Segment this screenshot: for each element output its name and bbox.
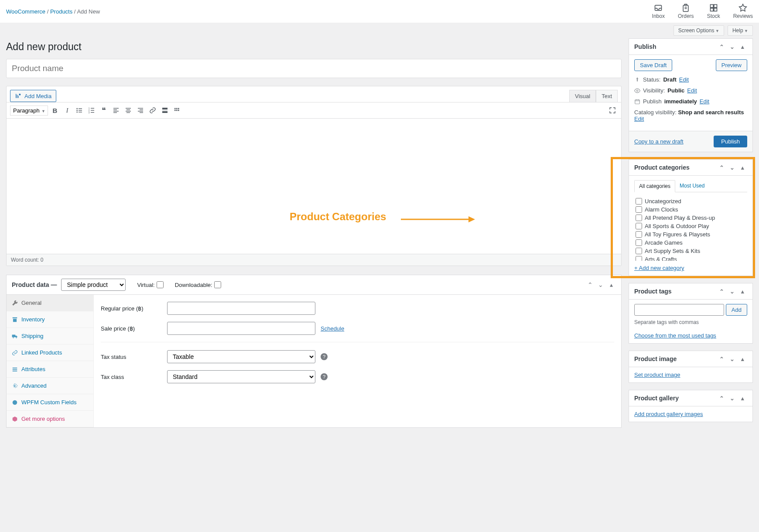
svg-rect-22 <box>113 113 117 113</box>
set-product-image-link[interactable]: Set product image <box>634 372 680 378</box>
screen-options-button[interactable]: Screen Options <box>674 25 724 36</box>
panel-up-button[interactable]: ⌃ <box>717 288 726 295</box>
add-media-button[interactable]: Add Media <box>10 90 56 102</box>
panel-collapse-button[interactable]: ▴ <box>738 44 747 50</box>
panel-up-button[interactable]: ⌃ <box>717 395 726 402</box>
category-item[interactable]: All Pretend Play & Dress-up <box>636 214 746 222</box>
category-list[interactable]: Uncategorized Alarm Clocks All Pretend P… <box>634 196 747 261</box>
panel-up-button[interactable]: ⌃ <box>717 356 726 362</box>
category-item[interactable]: Arcade Games <box>636 239 746 247</box>
panel-down-button[interactable]: ⌄ <box>727 44 737 50</box>
quote-button[interactable]: ❝ <box>99 105 109 116</box>
align-center-button[interactable] <box>123 105 133 116</box>
downloadable-checkbox[interactable] <box>214 281 221 288</box>
panel-up-button[interactable]: ⌃ <box>717 44 726 50</box>
category-item[interactable]: Art Supply Sets & Kits <box>636 247 746 255</box>
panel-up-button[interactable]: ⌃ <box>585 281 595 288</box>
paragraph-select[interactable]: Paragraph <box>10 106 48 116</box>
tab-text[interactable]: Text <box>596 90 618 102</box>
pd-tab-shipping[interactable]: Shipping <box>7 328 93 344</box>
add-gallery-images-link[interactable]: Add product gallery images <box>634 411 703 417</box>
panel-collapse-button[interactable]: ▴ <box>606 281 616 288</box>
svg-rect-26 <box>126 113 130 113</box>
word-count: Word count: 0 <box>7 254 621 266</box>
category-checkbox[interactable] <box>636 206 642 213</box>
bullet-list-button[interactable] <box>74 105 85 116</box>
orders-button[interactable]: Orders <box>678 3 694 19</box>
panel-collapse-button[interactable]: ▴ <box>738 288 747 295</box>
svg-text:3: 3 <box>89 112 90 114</box>
edit-visibility-link[interactable]: Edit <box>687 87 697 94</box>
breadcrumb-root[interactable]: WooCommerce <box>6 8 45 15</box>
category-checkbox[interactable] <box>636 215 642 221</box>
pd-tab-linked[interactable]: Linked Products <box>7 344 93 361</box>
category-checkbox[interactable] <box>636 239 642 246</box>
tax-status-select[interactable]: Taxable <box>167 350 315 363</box>
edit-status-link[interactable]: Edit <box>679 76 689 83</box>
choose-tags-link[interactable]: Choose from the most used tags <box>634 332 716 339</box>
category-checkbox[interactable] <box>636 248 642 254</box>
category-item[interactable]: Arts & Crafts <box>636 255 746 261</box>
help-icon[interactable]: ? <box>321 353 328 360</box>
publish-button[interactable]: Publish <box>714 136 747 147</box>
reviews-button[interactable]: Reviews <box>733 3 753 19</box>
category-item[interactable]: All Sports & Outdoor Play <box>636 222 746 230</box>
category-item[interactable]: Alarm Clocks <box>636 205 746 214</box>
tax-class-select[interactable]: Standard <box>167 370 315 383</box>
svg-rect-11 <box>79 110 82 110</box>
add-category-link[interactable]: + Add new category <box>634 265 684 271</box>
pd-tab-general[interactable]: General <box>7 295 93 311</box>
product-name-input[interactable] <box>6 59 622 78</box>
sale-price-input[interactable] <box>167 322 315 335</box>
pd-tab-wpfm[interactable]: WPFM Custom Fields <box>7 394 93 411</box>
panel-collapse-button[interactable]: ▴ <box>738 164 747 171</box>
bold-button[interactable]: B <box>50 105 60 116</box>
panel-down-button[interactable]: ⌄ <box>596 281 605 288</box>
editor-textarea[interactable] <box>7 119 621 254</box>
category-item[interactable]: Uncategorized <box>636 197 746 205</box>
tab-visual[interactable]: Visual <box>569 90 596 102</box>
category-checkbox[interactable] <box>636 223 642 229</box>
copy-draft-link[interactable]: Copy to a new draft <box>634 138 684 145</box>
link-button[interactable] <box>147 105 158 116</box>
panel-collapse-button[interactable]: ▴ <box>738 356 747 362</box>
tag-input[interactable] <box>634 304 724 316</box>
inbox-button[interactable]: Inbox <box>652 3 665 19</box>
help-button[interactable]: Help <box>728 25 753 36</box>
toolbar-toggle-button[interactable] <box>172 105 182 116</box>
align-right-button[interactable] <box>135 105 146 116</box>
pd-tab-inventory[interactable]: Inventory <box>7 311 93 328</box>
regular-price-input[interactable] <box>167 302 315 315</box>
pd-tab-more[interactable]: Get more options <box>7 411 93 427</box>
tab-all-categories[interactable]: All categories <box>634 180 675 192</box>
fullscreen-button[interactable] <box>607 105 618 116</box>
numbered-list-button[interactable]: 123 <box>86 105 97 116</box>
virtual-checkbox[interactable] <box>157 281 164 288</box>
read-more-button[interactable] <box>160 105 170 116</box>
pd-tab-advanced[interactable]: Advanced <box>7 378 93 394</box>
category-checkbox[interactable] <box>636 198 642 205</box>
italic-button[interactable]: I <box>62 105 72 116</box>
panel-down-button[interactable]: ⌄ <box>727 395 737 402</box>
stock-button[interactable]: Stock <box>707 3 720 19</box>
panel-up-button[interactable]: ⌃ <box>717 164 726 171</box>
panel-down-button[interactable]: ⌄ <box>727 164 737 171</box>
panel-collapse-button[interactable]: ▴ <box>738 395 747 402</box>
help-icon[interactable]: ? <box>321 373 328 380</box>
panel-down-button[interactable]: ⌄ <box>727 356 737 362</box>
product-type-select[interactable]: Simple product <box>61 279 126 291</box>
category-checkbox[interactable] <box>636 231 642 238</box>
pd-tab-attributes[interactable]: Attributes <box>7 361 93 378</box>
add-tag-button[interactable]: Add <box>726 304 747 316</box>
align-left-button[interactable] <box>111 105 121 116</box>
tab-most-used[interactable]: Most Used <box>675 180 709 192</box>
preview-button[interactable]: Preview <box>716 59 747 71</box>
category-item[interactable]: All Toy Figures & Playsets <box>636 230 746 239</box>
breadcrumb-parent[interactable]: Products <box>50 8 72 15</box>
panel-down-button[interactable]: ⌄ <box>727 288 737 295</box>
schedule-link[interactable]: Schedule <box>321 325 344 332</box>
category-checkbox[interactable] <box>636 256 642 261</box>
edit-publish-time-link[interactable]: Edit <box>700 98 709 105</box>
save-draft-button[interactable]: Save Draft <box>634 59 672 71</box>
edit-catalog-link[interactable]: Edit <box>634 116 644 122</box>
